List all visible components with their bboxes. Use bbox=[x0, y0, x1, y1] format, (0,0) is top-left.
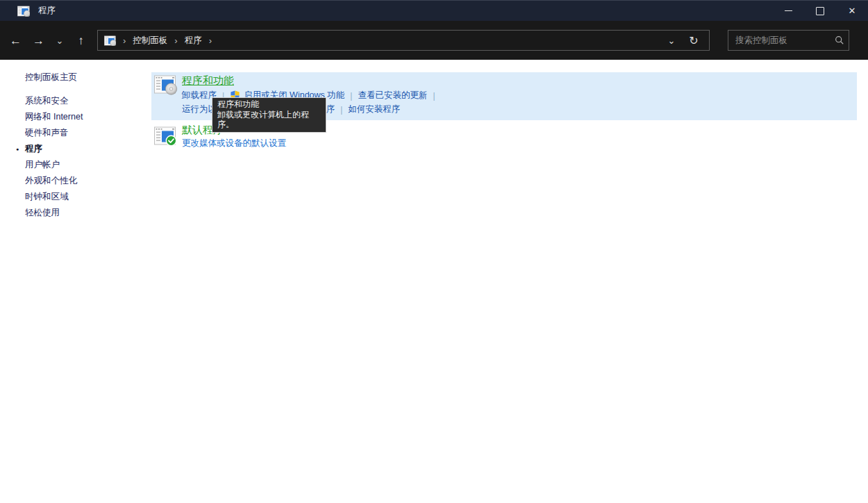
address-bar[interactable]: › 控制面板 › 程序 › ⌄ ↻ bbox=[97, 30, 710, 51]
sidebar-item-appearance-personalization[interactable]: 外观和个性化 bbox=[25, 173, 83, 189]
programs-and-features-icon[interactable] bbox=[154, 74, 178, 95]
sidebar-item-clock-region[interactable]: 时钟和区域 bbox=[25, 189, 83, 205]
window-controls: ✕ bbox=[772, 1, 868, 21]
up-button[interactable]: ↑ bbox=[69, 28, 92, 52]
sidebar-item-label: 程序 bbox=[25, 144, 42, 154]
back-button[interactable]: ← bbox=[4, 28, 27, 52]
sidebar-item-home[interactable]: 控制面板主页 bbox=[25, 72, 77, 83]
sidebar-item-label: 外观和个性化 bbox=[25, 176, 77, 185]
sidebar-category-list: 系统和安全 网络和 Internet 硬件和声音 ●程序 用户帐户 外观和个性化… bbox=[25, 93, 83, 221]
breadcrumb-control-panel[interactable]: 控制面板 bbox=[133, 35, 167, 47]
sidebar-item-label: 硬件和声音 bbox=[25, 128, 69, 138]
content-area: 控制面板主页 系统和安全 网络和 Internet 硬件和声音 ●程序 用户帐户… bbox=[0, 60, 868, 503]
task-view-installed-updates[interactable]: 查看已安装的更新 bbox=[358, 90, 427, 101]
maximize-icon bbox=[816, 7, 824, 15]
search-input[interactable] bbox=[728, 35, 831, 45]
sidebar-item-system-security[interactable]: 系统和安全 bbox=[25, 93, 83, 109]
sidebar-item-hardware-sound[interactable]: 硬件和声音 bbox=[25, 125, 83, 141]
task-how-to-install-programs[interactable]: 如何安装程序 bbox=[348, 104, 400, 115]
breadcrumb-programs[interactable]: 程序 bbox=[185, 35, 202, 47]
programs-icon bbox=[104, 35, 116, 46]
search-box bbox=[728, 30, 849, 51]
sidebar-item-label: 网络和 Internet bbox=[25, 112, 83, 122]
tooltip-description: 卸载或更改计算机上的程序。 bbox=[217, 110, 321, 130]
minimize-icon bbox=[785, 10, 792, 11]
sidebar: 控制面板主页 系统和安全 网络和 Internet 硬件和声音 ●程序 用户帐户… bbox=[0, 60, 146, 503]
window-title: 程序 bbox=[38, 5, 56, 17]
breadcrumb-chevron-icon[interactable]: › bbox=[123, 35, 126, 46]
recent-pages-dropdown[interactable]: ⌄ bbox=[50, 28, 69, 52]
sidebar-item-label: 用户帐户 bbox=[25, 160, 60, 170]
sidebar-item-label: 系统和安全 bbox=[25, 96, 69, 106]
programs-and-features-link[interactable]: 程序和功能 bbox=[182, 74, 234, 88]
refresh-button[interactable]: ↻ bbox=[683, 34, 705, 47]
address-dropdown-button[interactable]: ⌄ bbox=[660, 35, 683, 46]
close-button[interactable]: ✕ bbox=[836, 1, 868, 21]
search-icon[interactable] bbox=[831, 35, 849, 45]
sidebar-item-ease-of-access[interactable]: 轻松使用 bbox=[25, 205, 83, 221]
task-row: 更改媒体或设备的默认设置 bbox=[182, 138, 286, 149]
task-separator: | bbox=[340, 105, 342, 115]
task-separator: | bbox=[350, 91, 352, 101]
tooltip-title: 程序和功能 bbox=[217, 99, 321, 110]
active-bullet-icon: ● bbox=[16, 141, 19, 157]
default-programs-icon[interactable] bbox=[154, 126, 178, 147]
breadcrumb-chevron-icon[interactable]: › bbox=[209, 35, 212, 46]
task-separator: | bbox=[433, 91, 435, 101]
titlebar: 程序 ✕ bbox=[0, 0, 868, 21]
main-panel: 程序和功能 卸载程序 | 启用或关闭 Windows 功能 | bbox=[151, 60, 868, 503]
breadcrumb-chevron-icon[interactable]: › bbox=[174, 35, 177, 46]
close-icon: ✕ bbox=[849, 6, 856, 15]
task-change-default-media-settings[interactable]: 更改媒体或设备的默认设置 bbox=[182, 138, 286, 149]
sidebar-item-network-internet[interactable]: 网络和 Internet bbox=[25, 109, 83, 125]
sidebar-item-user-accounts[interactable]: 用户帐户 bbox=[25, 157, 83, 173]
forward-button[interactable]: → bbox=[27, 28, 50, 52]
maximize-button[interactable] bbox=[804, 1, 836, 21]
navigation-toolbar: ← → ⌄ ↑ › 控制面板 › 程序 › ⌄ ↻ bbox=[0, 21, 868, 60]
programs-icon bbox=[17, 6, 30, 17]
tooltip: 程序和功能 卸载或更改计算机上的程序。 bbox=[212, 97, 326, 133]
control-panel-window: 程序 ✕ ← → ⌄ ↑ › 控制面板 › 程序 › ⌄ ↻ bbox=[0, 0, 868, 503]
minimize-button[interactable] bbox=[772, 1, 804, 21]
nav-buttons: ← → ⌄ ↑ bbox=[4, 21, 92, 60]
sidebar-item-label: 时钟和区域 bbox=[25, 192, 69, 201]
sidebar-item-label: 轻松使用 bbox=[25, 208, 60, 217]
sidebar-item-programs[interactable]: ●程序 bbox=[25, 141, 83, 157]
